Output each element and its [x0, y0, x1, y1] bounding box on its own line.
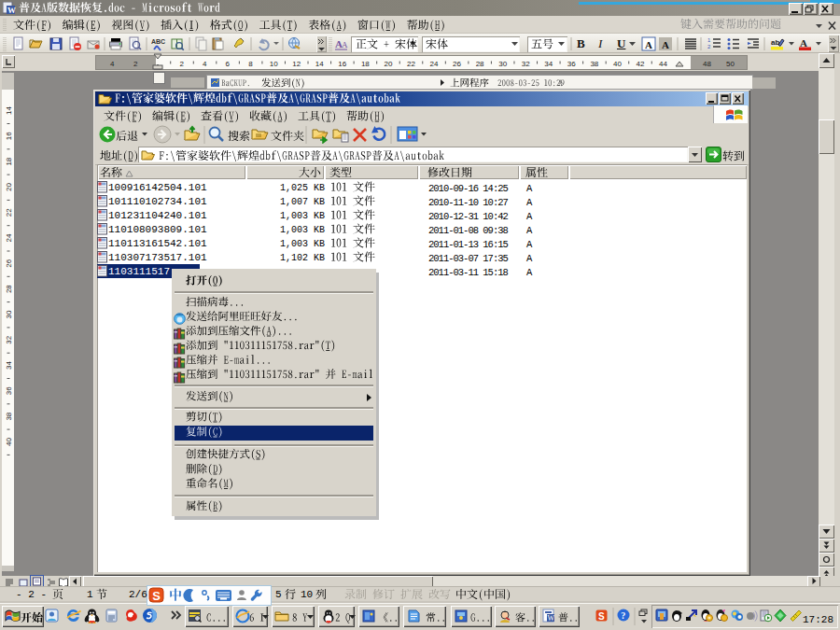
svg-text:30: 30	[5, 310, 13, 318]
svg-text:W: W	[7, 6, 16, 14]
svg-text:A: A	[800, 37, 807, 49]
svg-text:16: 16	[5, 132, 13, 140]
svg-text:28: 28	[5, 285, 13, 293]
svg-text:24: 24	[430, 60, 439, 68]
svg-text:42: 42	[637, 60, 645, 68]
svg-text:2: 2	[180, 60, 185, 68]
svg-text:A: A	[662, 39, 669, 50]
svg-text:16: 16	[338, 60, 346, 68]
svg-text:W: W	[548, 614, 555, 623]
svg-text:36: 36	[5, 386, 13, 395]
svg-text:4: 4	[110, 60, 115, 68]
svg-text:48: 48	[703, 60, 711, 68]
svg-text:S: S	[598, 611, 605, 622]
svg-text:A: A	[342, 40, 348, 49]
svg-text:40: 40	[613, 60, 622, 68]
svg-text:22: 22	[5, 208, 13, 217]
svg-text:2: 2	[133, 60, 138, 68]
svg-text:14: 14	[5, 106, 13, 115]
svg-text:34: 34	[5, 361, 13, 370]
svg-text:26: 26	[5, 259, 13, 267]
svg-text:18: 18	[361, 60, 370, 68]
svg-text:28: 28	[476, 60, 484, 68]
svg-text:12: 12	[292, 60, 301, 68]
svg-text:40: 40	[5, 437, 13, 445]
svg-text:34: 34	[544, 60, 553, 68]
svg-text:20: 20	[5, 182, 13, 190]
svg-text:26: 26	[453, 60, 461, 68]
svg-text:22: 22	[407, 60, 415, 68]
svg-text:6: 6	[226, 60, 231, 68]
svg-text:4: 4	[203, 60, 207, 68]
svg-text:18: 18	[5, 157, 13, 165]
svg-text:ABC: ABC	[151, 38, 165, 45]
svg-text:8: 8	[248, 60, 253, 68]
svg-text:1: 1	[707, 37, 711, 43]
svg-text:10: 10	[270, 60, 278, 68]
svg-text:50: 50	[726, 60, 735, 68]
svg-text:32: 32	[522, 60, 530, 68]
svg-text:20: 20	[384, 60, 392, 68]
svg-text:S: S	[152, 589, 161, 603]
svg-text:2: 2	[707, 44, 711, 49]
svg-text:?: ?	[621, 610, 625, 621]
svg-text:14: 14	[315, 60, 324, 68]
svg-text:32: 32	[5, 335, 13, 343]
svg-text:38: 38	[590, 60, 598, 68]
svg-text:A: A	[645, 39, 652, 50]
svg-text:36: 36	[567, 60, 576, 68]
svg-text:24: 24	[5, 233, 13, 242]
svg-text:ab: ab	[771, 38, 779, 47]
svg-text:38: 38	[5, 412, 13, 420]
svg-text:44: 44	[659, 60, 667, 68]
svg-text:30: 30	[498, 60, 507, 68]
